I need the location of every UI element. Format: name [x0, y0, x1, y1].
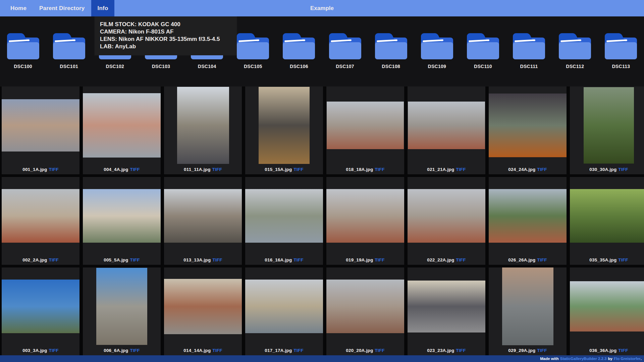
tiff-link[interactable]: TIFF — [130, 348, 140, 353]
folder-item-DSC110[interactable]: DSC110 — [460, 33, 506, 86]
folder-item-DSC105[interactable]: DSC105 — [230, 33, 276, 86]
folder-label: DSC102 — [92, 64, 138, 69]
tiff-link[interactable]: TIFF — [293, 167, 303, 172]
photo-002_2A.jpg[interactable] — [2, 189, 79, 243]
footer-made-with: Made with — [540, 357, 559, 361]
folder-icon — [605, 33, 637, 59]
photo-013_13A.jpg[interactable] — [164, 189, 242, 243]
photo-020_20A.jpg[interactable] — [326, 280, 404, 333]
tiff-link[interactable]: TIFF — [212, 257, 222, 262]
photo-015_15A.jpg[interactable] — [259, 87, 310, 164]
photo-029_29A.jpg[interactable] — [502, 267, 553, 345]
folder-item-DSC111[interactable]: DSC111 — [506, 33, 552, 86]
photo-003_3A.jpg[interactable] — [2, 280, 79, 333]
photo-036_36A.jpg[interactable] — [570, 281, 644, 331]
photo-001_1A.jpg[interactable] — [2, 99, 79, 152]
photo-018_18A.jpg[interactable] — [327, 102, 404, 149]
photo-filename: 017_17A.jpg — [265, 348, 292, 353]
gallery-cell: 024_24A.jpg TIFF — [489, 86, 567, 174]
tiff-link[interactable]: TIFF — [212, 348, 222, 353]
folder-item-DSC100[interactable]: DSC100 — [0, 33, 46, 86]
tiff-link[interactable]: TIFF — [618, 257, 628, 262]
photo-caption: 013_13A.jpg TIFF — [164, 255, 242, 265]
tiff-link[interactable]: TIFF — [537, 348, 547, 353]
thumbnail-wrapper — [570, 177, 644, 255]
thumbnail-wrapper — [326, 177, 404, 255]
gallery-cell: 005_5A.jpg TIFF — [83, 177, 161, 265]
photo-024_24A.jpg[interactable] — [489, 94, 567, 157]
folder-icon — [283, 33, 315, 59]
info-camera: CAMERA: Nikon F-801S AF — [100, 28, 231, 36]
tiff-link[interactable]: TIFF — [456, 167, 466, 172]
tiff-link[interactable]: TIFF — [456, 257, 466, 262]
folder-label: DSC109 — [414, 64, 460, 69]
photo-filename: 023_23A.jpg — [427, 348, 454, 353]
photo-004_4A.jpg[interactable] — [83, 93, 161, 158]
photo-011_11A.jpg[interactable] — [177, 87, 229, 164]
photo-035_35A.jpg[interactable] — [570, 189, 644, 243]
thumbnail-wrapper — [164, 177, 242, 255]
photo-caption: 001_1A.jpg TIFF — [2, 164, 79, 174]
photo-021_21A.jpg[interactable] — [408, 102, 485, 149]
photo-caption: 029_29A.jpg TIFF — [489, 345, 567, 355]
tiff-link[interactable]: TIFF — [49, 257, 59, 262]
photo-filename: 016_16A.jpg — [265, 257, 292, 262]
tiff-link[interactable]: TIFF — [49, 348, 59, 353]
photo-caption: 021_21A.jpg TIFF — [408, 164, 485, 174]
top-nav-bar: Home Parent Directory Info Example — [0, 0, 644, 16]
folder-item-DSC107[interactable]: DSC107 — [322, 33, 368, 86]
gallery-cell: 021_21A.jpg TIFF — [408, 86, 485, 174]
tiff-link[interactable]: TIFF — [537, 167, 547, 172]
folder-item-DSC109[interactable]: DSC109 — [414, 33, 460, 86]
tiff-link[interactable]: TIFF — [375, 167, 384, 172]
tiff-link[interactable]: TIFF — [537, 257, 547, 262]
tiff-link[interactable]: TIFF — [49, 167, 59, 172]
folder-icon — [53, 33, 85, 59]
photo-caption: 035_35A.jpg TIFF — [570, 255, 644, 265]
photo-006_6A.jpg[interactable] — [96, 268, 147, 345]
gallery-cell: 015_15A.jpg TIFF — [245, 86, 323, 174]
gallery-cell: 003_3A.jpg TIFF — [2, 267, 79, 355]
tiff-link[interactable]: TIFF — [293, 348, 303, 353]
thumbnail-wrapper — [570, 86, 644, 164]
builder-link[interactable]: StaticGalleryBuilder 2.2.3 — [560, 357, 607, 361]
tiff-link[interactable]: TIFF — [618, 167, 628, 172]
folder-item-DSC113[interactable]: DSC113 — [598, 33, 644, 86]
thumbnail-wrapper — [489, 267, 567, 345]
tiff-link[interactable]: TIFF — [130, 167, 140, 172]
photo-filename: 030_30A.jpg — [589, 167, 616, 172]
nav-item-parent-directory[interactable]: Parent Directory — [33, 0, 91, 16]
tiff-link[interactable]: TIFF — [293, 257, 303, 262]
photo-caption: 030_30A.jpg TIFF — [570, 164, 644, 174]
photo-016_16A.jpg[interactable] — [245, 189, 323, 243]
folder-item-DSC112[interactable]: DSC112 — [552, 33, 598, 86]
nav-item-info[interactable]: Info — [91, 0, 115, 16]
thumbnail-wrapper — [2, 177, 79, 255]
photo-022_22A.jpg[interactable] — [408, 189, 485, 243]
tiff-link[interactable]: TIFF — [375, 348, 384, 353]
tiff-link[interactable]: TIFF — [456, 348, 466, 353]
tiff-link[interactable]: TIFF — [130, 257, 140, 262]
nav-item-home[interactable]: Home — [4, 0, 33, 16]
photo-026_26A.jpg[interactable] — [489, 189, 567, 243]
tiff-link[interactable]: TIFF — [375, 257, 384, 262]
photo-017_17A.jpg[interactable] — [245, 280, 323, 333]
photo-030_30A.jpg[interactable] — [584, 87, 634, 164]
thumbnail-wrapper — [83, 86, 161, 164]
photo-023_23A.jpg[interactable] — [408, 281, 485, 333]
folder-item-DSC108[interactable]: DSC108 — [368, 33, 414, 86]
gallery-cell: 023_23A.jpg TIFF — [408, 267, 485, 355]
info-film-stock: FILM STOCK: KODAK GC 400 — [100, 21, 231, 28]
tiff-link[interactable]: TIFF — [618, 348, 628, 353]
photo-005_5A.jpg[interactable] — [83, 189, 161, 243]
photo-014_14A.jpg[interactable] — [164, 279, 242, 334]
photo-filename: 006_6A.jpg — [104, 348, 128, 353]
folder-item-DSC106[interactable]: DSC106 — [276, 33, 322, 86]
tiff-link[interactable]: TIFF — [212, 167, 222, 172]
folder-label: DSC111 — [506, 64, 552, 69]
photo-019_19A.jpg[interactable] — [326, 189, 404, 243]
folder-item-DSC101[interactable]: DSC101 — [46, 33, 92, 86]
thumbnail-wrapper — [2, 267, 79, 345]
photo-caption: 002_2A.jpg TIFF — [2, 255, 79, 265]
author-link[interactable]: Flo Greistorfer — [614, 357, 641, 361]
